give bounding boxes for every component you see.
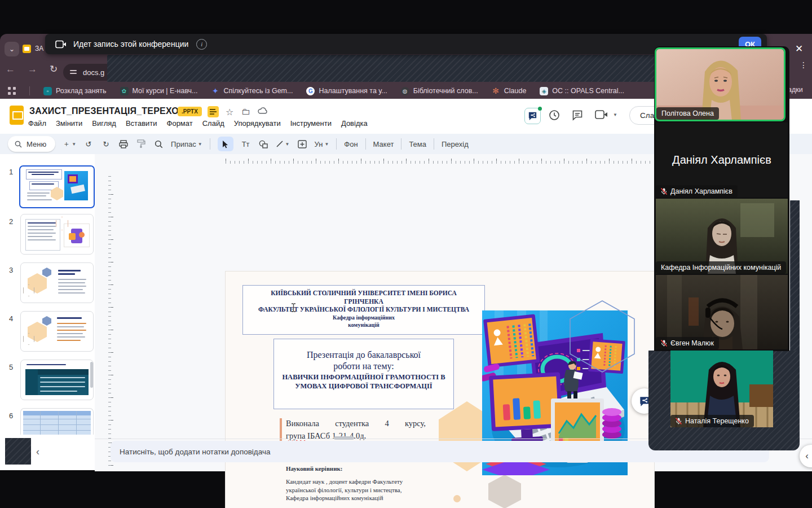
participant-name-label: Наталія Терещенко — [670, 415, 754, 427]
menu-format[interactable]: Формат — [167, 119, 193, 128]
comments-icon[interactable] — [571, 109, 584, 124]
menu-tools[interactable]: Інструменти — [290, 119, 332, 128]
zoom-tool-icon[interactable] — [153, 137, 164, 151]
horizontal-ruler — [226, 159, 654, 164]
video-tile-kharlampiiev[interactable]: Даніял Харлампієв Даніял Харлампієв — [656, 122, 788, 198]
bookmark-courses[interactable]: ✿Мої курси | Е-навч... — [120, 87, 198, 95]
thumb-number: 1 — [9, 168, 13, 176]
org-line: ФАКУЛЬТЕТ УКРАЇНСЬКОЇ ФІЛОЛОГІЇ КУЛЬТУРИ… — [243, 305, 484, 314]
tab-search-chevron-icon[interactable]: ⌄ — [5, 42, 19, 56]
select-tool-button[interactable] — [218, 137, 233, 151]
redo-button[interactable]: ↻ — [101, 137, 111, 151]
topic-line: Презентація до бакалаврської — [274, 349, 453, 361]
text-box-tool[interactable]: Tт — [241, 137, 251, 151]
org-line: комунікацій — [243, 321, 484, 329]
menu-insert[interactable]: Вставити — [126, 119, 157, 128]
info-icon[interactable]: i — [196, 39, 207, 50]
slides-logo[interactable] — [10, 106, 24, 125]
bookmark-favicon: ✿ — [120, 87, 129, 95]
bookmark-favicon: ▫ — [43, 87, 52, 95]
bookmark-favicon: ◈ — [540, 87, 548, 95]
menu-file[interactable]: Файл — [28, 119, 46, 128]
video-tile-politova[interactable]: Політова Олена — [655, 47, 785, 121]
org-line: ГРІНЧЕНКА — [243, 297, 484, 306]
meet-camera-button[interactable]: ▼ — [595, 110, 617, 120]
apps-grid-icon[interactable] — [8, 87, 16, 95]
menu-view[interactable]: Вигляд — [92, 119, 116, 128]
bookmark-rozklad[interactable]: ▫Розклад занять — [43, 87, 107, 95]
video-tile-maliuk[interactable]: Євген Малюк — [656, 275, 788, 349]
bookmark-gemini[interactable]: ✦Спілкуйтесь із Gem... — [211, 87, 293, 95]
close-icon[interactable]: ✕ — [795, 43, 803, 55]
slide-thumbnail-3[interactable] — [20, 262, 94, 303]
shape-tool[interactable] — [258, 137, 268, 151]
video-tile-kafedra[interactable]: Кафедра Інформаційних комунікацій — [656, 199, 788, 274]
cloud-status-icon[interactable] — [258, 107, 268, 117]
slide-title-textbox[interactable]: КИЇВСЬКИЙ СТОЛИЧНИЙ УНІВЕРСИТЕТ ІМЕНІ БО… — [242, 285, 485, 335]
advisor-line: Кандидат наук , доцент кафедри Факультет… — [286, 478, 426, 486]
line-tool[interactable]: ▼ — [276, 137, 290, 151]
participant-name-label: Кафедра Інформаційних комунікацій — [656, 261, 786, 274]
forward-icon[interactable]: → — [28, 64, 37, 75]
paint-format-button[interactable] — [136, 137, 146, 151]
version-history-icon[interactable] — [548, 109, 561, 124]
reload-icon[interactable]: ↻ — [50, 63, 58, 75]
menu-help[interactable]: Довідка — [341, 119, 368, 128]
slide-thumbnail-1[interactable] — [19, 165, 95, 208]
undo-button[interactable]: ↺ — [83, 137, 94, 151]
bookmark-library[interactable]: ◍Бібліотечний слов... — [401, 87, 478, 95]
vertical-ruler — [108, 172, 113, 466]
background-button[interactable]: Фон — [344, 137, 358, 151]
slide-topic-textbox[interactable]: Презентація до бакалаврської роботи на т… — [273, 339, 454, 409]
muted-mic-icon — [661, 188, 667, 195]
slide-author-textbox[interactable]: Виконала студентка 4 курсу, група ІБАСб … — [286, 417, 426, 508]
divider — [336, 138, 337, 150]
address-text: docs.g — [83, 68, 104, 77]
thumb-number: 6 — [9, 411, 13, 420]
gemini-spark-icon: ✦ — [211, 87, 219, 95]
back-icon[interactable]: ← — [6, 64, 15, 75]
slide-thumbnail-6[interactable] — [20, 408, 94, 435]
panel-edge — [790, 200, 800, 351]
theme-button[interactable]: Тема — [409, 137, 426, 151]
kebab-menu-icon[interactable]: ⋮ — [800, 63, 807, 67]
notes-resize-handle[interactable] — [334, 436, 354, 440]
bookmark-opals[interactable]: ◈OC :: OPALS Central... — [540, 87, 624, 95]
status-dot — [538, 107, 542, 111]
org-line: КИЇВСЬКИЙ СТОЛИЧНИЙ УНІВЕРСИТЕТ ІМЕНІ БО… — [243, 289, 484, 297]
bookmark-claude[interactable]: ✻Claude — [492, 87, 527, 95]
companion-spark-button[interactable] — [524, 108, 541, 124]
collapse-thumbnails-chevron[interactable]: ‹ — [36, 446, 39, 458]
chevron-down-icon: ▼ — [613, 112, 617, 117]
video-tile-tereshchenko[interactable]: Наталія Терещенко — [670, 351, 773, 427]
site-info-icon[interactable] — [70, 68, 78, 76]
thumbnail-scrollbar[interactable] — [90, 362, 93, 388]
bookmarks-overflow-label[interactable]: адки — [788, 86, 803, 94]
menu-edit[interactable]: Змінити — [56, 119, 82, 128]
document-title[interactable]: ЗАХИСТ_ПРЕЗЕНТАЦІЯ_ТЕРЕХОВА1 — [29, 106, 197, 116]
slide-thumbnail-5[interactable] — [20, 360, 94, 400]
bookmark-settings[interactable]: GНалаштування та у... — [306, 87, 387, 95]
slide-thumbnail-2[interactable] — [20, 214, 94, 255]
menu-slide[interactable]: Слайд — [202, 119, 224, 128]
participant-name-label: Політова Олена — [656, 107, 719, 120]
new-slide-button[interactable]: ＋▼ — [63, 137, 76, 151]
star-icon[interactable]: ☆ — [226, 107, 233, 117]
advisor-label: Науковий керівник: — [286, 465, 426, 472]
slide-canvas[interactable]: КИЇВСЬКИЙ СТОЛИЧНИЙ УНІВЕРСИТЕТ ІМЕНІ БО… — [226, 271, 654, 508]
guides-tool-dropdown[interactable]: Ун▼ — [315, 137, 329, 151]
fit-zoom-dropdown[interactable]: Припас▼ — [171, 137, 202, 151]
toolbar-menu-search[interactable]: Меню — [8, 136, 55, 152]
advisor-line: Кафедра інформаційних комунікацій — [286, 494, 426, 502]
browser-tab[interactable]: ЗА — [23, 40, 43, 58]
menu-arrange[interactable]: Упорядкувати — [234, 119, 281, 128]
insert-image-tool[interactable] — [297, 137, 307, 151]
thumb-number: 2 — [9, 217, 13, 226]
divider — [401, 138, 401, 150]
transition-button[interactable]: Перехід — [442, 137, 469, 151]
layout-button[interactable]: Макет — [373, 137, 394, 151]
print-button[interactable] — [118, 137, 129, 151]
slide-thumbnail-4[interactable] — [20, 311, 94, 352]
move-folder-icon[interactable]: 🗀 — [241, 107, 250, 117]
thumb-number: 5 — [9, 363, 13, 371]
